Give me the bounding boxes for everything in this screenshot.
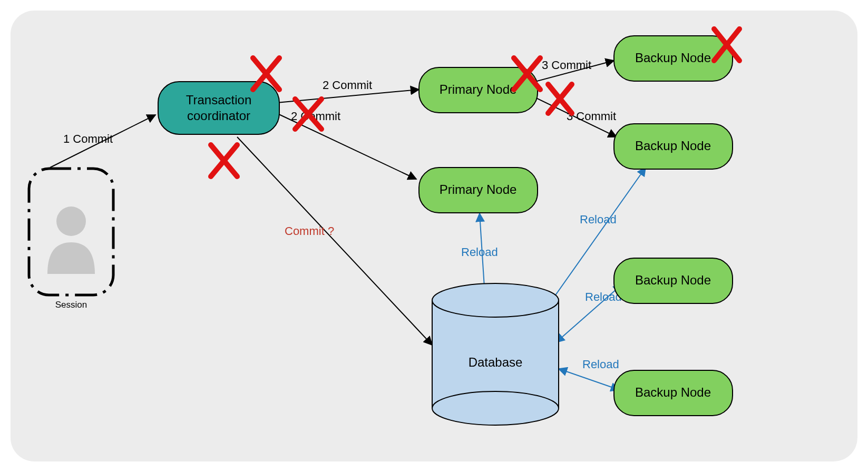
backup-node-bottom-1: Backup Node bbox=[614, 258, 733, 303]
backup-node-top-2: Backup Node bbox=[614, 124, 733, 169]
backup-node-top-1-label: Backup Node bbox=[635, 51, 711, 65]
session-label: Session bbox=[55, 300, 87, 310]
svg-rect-2 bbox=[158, 82, 279, 134]
svg-point-1 bbox=[56, 206, 86, 236]
coordinator-label-line2: coordinator bbox=[187, 109, 250, 123]
edge-reload-2-label: Reload bbox=[580, 213, 617, 226]
backup-node-bottom-1-label: Backup Node bbox=[635, 273, 711, 287]
edge-commit-3b-label: 3 Commit bbox=[567, 110, 616, 123]
edge-commit-1-label: 1 Commit bbox=[63, 132, 113, 145]
database-label: Database bbox=[469, 355, 523, 369]
primary-node-1: Primary Node bbox=[419, 67, 538, 113]
backup-node-top-2-label: Backup Node bbox=[635, 139, 711, 153]
coordinator-node: Transaction coordinator bbox=[158, 82, 279, 134]
diagram-root: 1 Commit 2 Commit 2 Commit 3 Commit 3 Co… bbox=[0, 0, 868, 472]
edge-commit-q-label: Commit ? bbox=[285, 224, 334, 238]
primary-node-1-label: Primary Node bbox=[440, 82, 517, 96]
edge-reload-1-label: Reload bbox=[461, 245, 498, 259]
backup-node-bottom-2: Backup Node bbox=[614, 370, 733, 416]
svg-point-13 bbox=[432, 391, 559, 425]
coordinator-label-line1: Transaction bbox=[186, 93, 252, 107]
edge-reload-4-label: Reload bbox=[582, 358, 619, 371]
primary-node-2-label: Primary Node bbox=[440, 182, 517, 196]
diagram-svg: 1 Commit 2 Commit 2 Commit 3 Commit 3 Co… bbox=[0, 0, 868, 472]
primary-node-2: Primary Node bbox=[419, 168, 538, 213]
edge-commit-3a-label: 3 Commit bbox=[542, 58, 591, 72]
edge-commit-2a-label: 2 Commit bbox=[323, 78, 372, 92]
backup-node-bottom-2-label: Backup Node bbox=[635, 385, 711, 399]
database-node: Database bbox=[432, 283, 559, 425]
